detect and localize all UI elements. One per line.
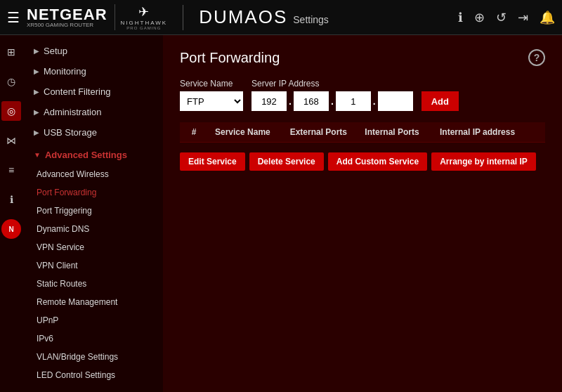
nav-icon-target[interactable]: ◎ [1, 101, 21, 121]
sidebar-label-advanced-settings: Advanced Settings [45, 150, 127, 160]
ip-dot-3: . [372, 96, 377, 107]
sidebar-item-usb-storage[interactable]: ▶ USB Storage [22, 122, 163, 143]
arrow-icon: ▶ [34, 67, 39, 75]
main-layout: ⊞ ◷ ◎ ⋈ ≡ ℹ N ▶ Setup ▶ Monitoring ▶ Con… [0, 35, 562, 392]
bell-icon[interactable]: 🔔 [540, 10, 555, 25]
nav-icon-list[interactable]: ≡ [1, 160, 21, 180]
arrow-down-icon: ▼ [34, 151, 41, 159]
nav-icon-info[interactable]: ℹ [1, 190, 21, 209]
sidebar-item-advanced-wireless[interactable]: Advanced Wireless [22, 165, 163, 183]
col-service-name: Service Name [208, 122, 283, 142]
sidebar-label-usb-storage: USB Storage [44, 127, 97, 138]
sidebar-item-vpn-client[interactable]: VPN Client [22, 256, 163, 275]
sidebar-item-dynamic-dns[interactable]: Dynamic DNS [22, 220, 163, 238]
netgear-sub: XR500 GAMING ROUTER [27, 22, 107, 28]
sidebar-item-static-routes[interactable]: Static Routes [22, 275, 163, 293]
sidebar-label-monitoring: Monitoring [44, 66, 86, 77]
sidebar-item-ipv6[interactable]: IPv6 [22, 329, 163, 348]
ip-field-3[interactable] [336, 91, 371, 111]
service-name-group: Service Name FTP HTTP HTTPS SMTP DNS Cus… [180, 79, 243, 111]
nav-icon-network[interactable]: ⋈ [1, 131, 21, 150]
sidebar-item-led-control[interactable]: LED Control Settings [22, 366, 163, 384]
info-icon[interactable]: ℹ [458, 10, 463, 25]
sidebar-item-setup[interactable]: ▶ Setup [22, 41, 163, 61]
col-external-ports: External Ports [283, 122, 358, 142]
nighthawk-logo: ✈ NIGHTHAWK PRO GAMING [115, 4, 168, 30]
hamburger-menu[interactable]: ☰ [7, 9, 20, 26]
ip-dot-2: . [330, 96, 334, 107]
edit-service-button[interactable]: Edit Service [180, 152, 245, 171]
top-navigation: ☰ NETGEAR XR500 GAMING ROUTER ✈ NIGHTHAW… [0, 0, 562, 35]
nav-left: ☰ NETGEAR XR500 GAMING ROUTER ✈ NIGHTHAW… [7, 4, 329, 30]
ip-field-2[interactable] [294, 91, 329, 111]
nighthawk-sub: PRO GAMING [126, 26, 161, 30]
arrow-icon: ▶ [34, 47, 39, 55]
sidebar-item-administration[interactable]: ▶ Administration [22, 102, 163, 122]
sidebar-label-setup: Setup [44, 46, 67, 56]
arrow-icon: ▶ [34, 129, 39, 136]
arrow-icon: ▶ [34, 88, 39, 96]
delete-service-button[interactable]: Delete Service [249, 152, 324, 171]
nav-right: ℹ ⊕ ↺ ⇥ 🔔 [458, 10, 555, 25]
help-button[interactable]: ? [528, 49, 545, 66]
sidebar-item-content-filtering[interactable]: ▶ Content Filtering [22, 81, 163, 102]
nighthawk-text: NIGHTHAWK [121, 20, 168, 26]
sidebar-item-remote-management[interactable]: Remote Management [22, 293, 163, 311]
sidebar-item-vlan-bridge[interactable]: VLAN/Bridge Settings [22, 348, 163, 366]
col-internal-ports: Internal Ports [358, 122, 433, 142]
port-forwarding-table: # Service Name External Ports Internal P… [180, 122, 545, 143]
col-number: # [180, 122, 208, 142]
sidebar-item-port-forwarding[interactable]: Port Forwarding [22, 183, 163, 202]
ip-field-1[interactable] [251, 91, 287, 111]
sidebar-label-administration: Administration [44, 107, 101, 117]
service-name-select[interactable]: FTP HTTP HTTPS SMTP DNS Custom [180, 91, 243, 111]
sidebar-item-monitoring[interactable]: ▶ Monitoring [22, 61, 163, 81]
col-internal-ip: Internal IP address [433, 122, 545, 142]
netgear-text: NETGEAR [27, 6, 107, 23]
page-header: Port Forwarding ? [180, 49, 545, 66]
brand-logo: NETGEAR XR500 GAMING ROUTER ✈ NIGHTHAWK … [27, 4, 167, 30]
sidebar-item-advanced-settings[interactable]: ▼ Advanced Settings [22, 143, 163, 165]
nav-divider [183, 5, 183, 30]
sidebar-label-content-filtering: Content Filtering [44, 86, 110, 97]
sidebar-item-upnp[interactable]: UPnP [22, 311, 163, 329]
sidebar-item-vpn-service[interactable]: VPN Service [22, 238, 163, 256]
server-ip-group: Server IP Address . . . [251, 79, 413, 111]
duma-os-branding: DUMAOS Settings [199, 6, 329, 28]
nighthawk-bird-icon: ✈ [138, 4, 149, 20]
arrow-icon: ▶ [34, 108, 39, 116]
ip-dot-1: . [288, 96, 292, 107]
page-title: Port Forwarding [180, 50, 280, 66]
refresh-icon[interactable]: ↺ [496, 10, 507, 25]
port-forwarding-form: Service Name FTP HTTP HTTPS SMTP DNS Cus… [180, 79, 545, 111]
nav-icon-grid[interactable]: ⊞ [1, 42, 21, 62]
settings-label: Settings [293, 14, 329, 25]
duma-os-text: DUMAOS [199, 6, 287, 28]
ip-inputs: . . . [251, 91, 413, 111]
add-custom-service-button[interactable]: Add Custom Service [328, 152, 427, 171]
add-button[interactable]: Add [422, 91, 459, 111]
ip-field-4[interactable] [378, 91, 413, 111]
arrange-by-ip-button[interactable]: Arrange by internal IP [431, 152, 536, 171]
nav-icon-netduma[interactable]: N [1, 219, 21, 239]
netgear-brand: NETGEAR XR500 GAMING ROUTER [27, 7, 107, 28]
action-buttons: Edit Service Delete Service Add Custom S… [180, 152, 545, 171]
icon-bar: ⊞ ◷ ◎ ⋈ ≡ ℹ N [0, 35, 22, 392]
nav-icon-clock[interactable]: ◷ [1, 72, 21, 91]
content-area: Port Forwarding ? Service Name FTP HTTP … [163, 35, 562, 392]
globe-icon[interactable]: ⊕ [474, 10, 485, 25]
sidebar: ▶ Setup ▶ Monitoring ▶ Content Filtering… [22, 35, 163, 392]
signout-icon[interactable]: ⇥ [518, 10, 528, 25]
server-ip-label: Server IP Address [251, 79, 413, 89]
sidebar-item-port-triggering[interactable]: Port Triggering [22, 202, 163, 220]
table-header: # Service Name External Ports Internal P… [180, 122, 545, 143]
service-name-label: Service Name [180, 79, 243, 89]
